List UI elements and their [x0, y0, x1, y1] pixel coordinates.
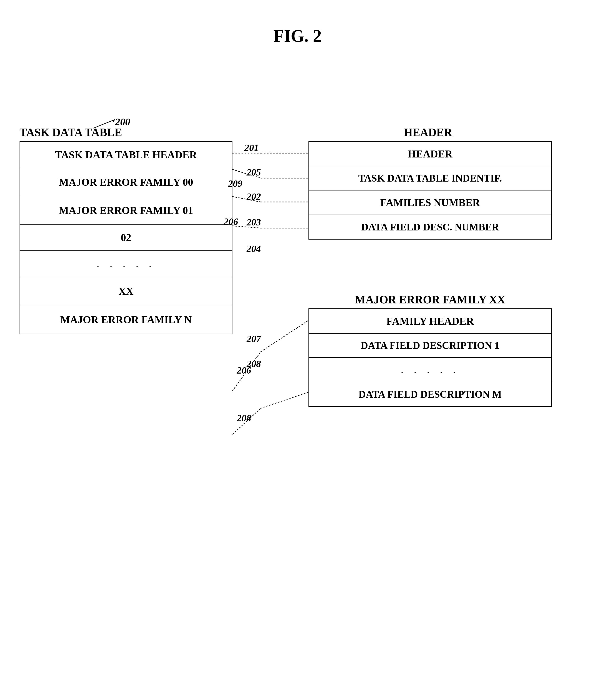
svg-text:205: 205: [246, 167, 261, 178]
svg-text:202: 202: [246, 191, 261, 202]
svg-text:208: 208: [246, 358, 261, 369]
right-row-family-header: FAMILY HEADER: [309, 309, 551, 333]
svg-text:208: 208: [236, 413, 251, 424]
header-section-label: HEADER: [309, 126, 547, 139]
svg-text:206: 206: [236, 365, 251, 376]
left-table: TASK DATA TABLE HEADER MAJOR ERROR FAMIL…: [20, 141, 232, 334]
right-row-header: HEADER: [309, 142, 551, 166]
right-row-data-field-description-1: DATA FIELD DESCRIPTION 1: [309, 333, 551, 358]
right-row-data-field-description-m: DATA FIELD DESCRIPTION M: [309, 382, 551, 406]
right-row-data-field-desc-number: DATA FIELD DESC. NUMBER: [309, 215, 551, 239]
svg-line-0: [93, 119, 115, 128]
svg-text:203: 203: [246, 217, 261, 228]
svg-line-23: [261, 392, 309, 408]
left-row-02: 02: [20, 225, 232, 251]
svg-line-22: [232, 408, 261, 434]
right-row-dots: . . . . .: [309, 358, 551, 382]
svg-line-13: [232, 226, 261, 228]
arrow-200-svg: [93, 117, 119, 130]
left-row-dots: . . . . .: [20, 251, 232, 277]
left-row-task-data-table-header: TASK DATA TABLE HEADER: [20, 142, 232, 168]
page-title: FIG. 2: [0, 0, 595, 46]
svg-line-17: [232, 352, 261, 391]
right-header-table: HEADER TASK DATA TABLE INDENTIF. FAMILIE…: [309, 141, 552, 239]
major-error-family-xx-label: MAJOR ERROR FAMILY XX: [309, 293, 552, 306]
left-row-major-error-00: MAJOR ERROR FAMILY 00: [20, 168, 232, 196]
svg-text:201: 201: [244, 143, 259, 153]
right-row-families-number: FAMILIES NUMBER: [309, 191, 551, 215]
left-row-xx: XX: [20, 277, 232, 305]
svg-line-5: [232, 169, 261, 178]
svg-line-9: [232, 197, 261, 202]
svg-line-18: [261, 320, 309, 352]
right-row-task-data-table-identif: TASK DATA TABLE INDENTIF.: [309, 166, 551, 191]
svg-text:207: 207: [246, 333, 261, 344]
left-row-major-error-n: MAJOR ERROR FAMILY N: [20, 305, 232, 333]
left-row-major-error-01: MAJOR ERROR FAMILY 01: [20, 196, 232, 225]
svg-text:204: 204: [246, 243, 261, 254]
right-family-table: FAMILY HEADER DATA FIELD DESCRIPTION 1 .…: [309, 309, 552, 407]
